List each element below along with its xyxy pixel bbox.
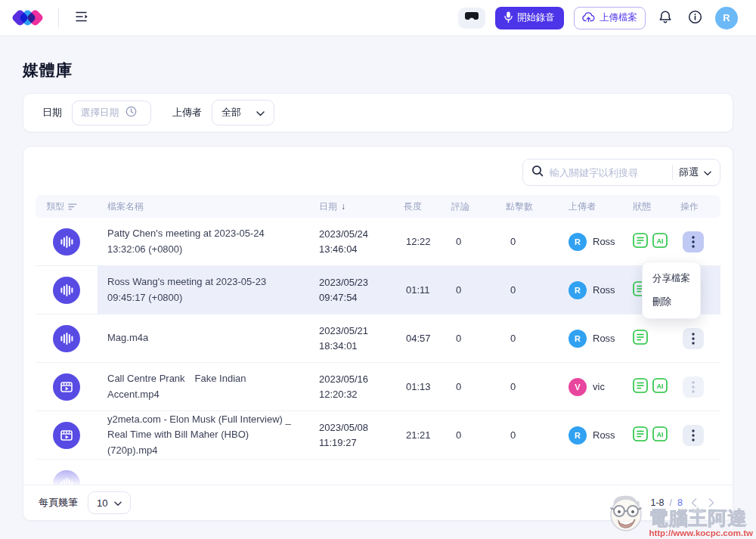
uploader-select-value: 全部 [222, 106, 241, 119]
pagination-separator: / [670, 497, 672, 508]
table-row[interactable]: y2meta.com - Elon Musk (Full Interview) … [36, 411, 720, 460]
file-date-cell: 2023/05/2118:34:01 [319, 324, 404, 353]
file-name-cell[interactable]: Mag.m4a [98, 330, 319, 345]
file-comments-cell: 0 [451, 284, 506, 296]
file-comments-cell: 0 [451, 429, 506, 441]
transcript-status-icon [633, 330, 648, 347]
file-type-cell [36, 470, 98, 485]
menu-item-share[interactable]: 分享檔案 [643, 267, 700, 290]
kebab-menu-icon [692, 236, 695, 248]
ai-status-icon: AI [652, 378, 668, 395]
search-input[interactable] [550, 167, 666, 178]
svg-text:AI: AI [657, 431, 664, 438]
chevron-down-icon [704, 167, 711, 178]
per-page-select[interactable]: 10 [88, 491, 131, 514]
column-header: 狀態 [633, 200, 680, 213]
audio-file-icon [53, 325, 80, 352]
filter-dropdown[interactable]: 篩選 [679, 166, 711, 179]
uploader-name: Ross [593, 429, 615, 441]
audio-file-icon [53, 277, 80, 304]
notifications-button[interactable] [655, 7, 675, 29]
table-wrapper: 類型檔案名稱日期↓長度評論點擊數上傳者狀態操作 Patty Chen's mee… [36, 195, 720, 485]
file-clicks-cell: 0 [506, 236, 569, 247]
file-date-cell: 2023/05/0811:19:27 [319, 420, 404, 450]
uploader-name: Ross [593, 236, 615, 247]
info-button[interactable] [685, 7, 705, 29]
column-header-label: 長度 [404, 200, 422, 213]
menu-item-delete[interactable]: 刪除 [643, 290, 700, 314]
row-actions-button[interactable] [683, 376, 704, 398]
column-header-label: 上傳者 [569, 200, 596, 213]
next-page-button[interactable] [705, 497, 717, 509]
file-uploader-cell: Vvic [569, 378, 633, 396]
column-header-label: 狀態 [633, 200, 651, 213]
file-name-cell[interactable]: Patty Chen's meeting at 2023-05-24 13:32… [98, 226, 319, 256]
file-type-cell [36, 325, 98, 352]
table-row[interactable]: Mag.m4a2023/05/2118:34:0104:5700RRoss [36, 314, 720, 363]
sort-lines-icon [68, 203, 77, 210]
app-logo[interactable] [14, 11, 42, 24]
row-actions-button[interactable] [683, 328, 704, 349]
transcript-status-icon [633, 233, 648, 250]
file-status-cell [633, 330, 680, 347]
uploader-name: Ross [593, 333, 615, 344]
column-header-label: 點擊數 [506, 200, 533, 213]
video-file-icon [53, 422, 80, 449]
uploader-avatar: R [569, 330, 587, 348]
start-recording-button[interactable]: 開始錄音 [495, 7, 564, 29]
column-header[interactable]: 日期↓ [319, 200, 404, 213]
clock-icon [125, 106, 137, 119]
date-picker-input[interactable]: 選擇日期 [72, 101, 151, 125]
uploader-name: Ross [593, 284, 615, 296]
upload-file-button[interactable]: 上傳檔案 [574, 7, 646, 29]
ai-status-icon: AI [652, 233, 668, 250]
previous-page-button[interactable] [688, 497, 700, 509]
sidebar-toggle-button[interactable] [73, 8, 92, 27]
audio-file-icon [53, 228, 80, 256]
audio-file-icon [53, 470, 80, 485]
file-name-cell[interactable]: y2meta.com - Elon Musk (Full Interview) … [98, 412, 319, 457]
row-actions-menu: 分享檔案 刪除 [642, 262, 701, 319]
column-header: 上傳者 [569, 200, 633, 213]
kebab-menu-icon [692, 381, 695, 393]
file-actions-cell [680, 376, 720, 398]
table-row[interactable]: Ross Wang's meeting at 2023-05-23 09:45:… [36, 266, 720, 314]
table-body: Patty Chen's meeting at 2023-05-24 13:32… [36, 218, 720, 485]
chevron-down-icon [256, 107, 265, 119]
column-header[interactable]: 類型 [36, 200, 98, 213]
user-avatar[interactable]: R [715, 7, 738, 29]
table-row[interactable]: Call Centre Prank Fake Indian Accent.mp4… [36, 363, 720, 411]
file-date-cell: 2023/05/2413:46:04 [319, 227, 404, 256]
uploader-avatar: R [569, 281, 587, 299]
file-clicks-cell: 0 [506, 429, 569, 441]
column-header: 長度 [404, 200, 451, 213]
file-actions-cell [680, 328, 720, 349]
start-recording-label: 開始錄音 [517, 11, 555, 24]
sort-descending-icon: ↓ [341, 201, 345, 212]
date-filter-label: 日期 [42, 106, 62, 119]
file-name-cell[interactable]: Call Centre Prank Fake Indian Accent.mp4 [98, 371, 319, 401]
device-button[interactable] [458, 8, 485, 29]
row-actions-button[interactable] [683, 425, 704, 446]
uploader-avatar: V [569, 378, 587, 396]
search-divider [672, 165, 673, 180]
row-actions-button[interactable] [683, 231, 704, 252]
microphone-icon [504, 11, 513, 25]
file-status-cell: AI [633, 233, 680, 250]
table-row[interactable] [36, 460, 720, 485]
file-uploader-cell: RRoss [569, 426, 633, 445]
file-name-cell[interactable]: Ross Wang's meeting at 2023-05-23 09:45:… [98, 274, 319, 305]
table-row[interactable]: Patty Chen's meeting at 2023-05-24 13:32… [36, 218, 720, 266]
uploader-select[interactable]: 全部 [212, 100, 274, 125]
file-uploader-cell: RRoss [569, 330, 633, 348]
file-uploader-cell: RRoss [569, 233, 633, 251]
topbar-divider [58, 8, 59, 28]
file-date-cell: 2023/05/2309:47:54 [319, 275, 404, 305]
file-type-cell [36, 277, 98, 304]
file-length-cell: 01:11 [404, 284, 451, 296]
svg-text:AI: AI [657, 237, 664, 245]
per-page-label: 每頁幾筆 [39, 496, 78, 510]
file-uploader-cell: RRoss [569, 281, 633, 299]
file-length-cell: 04:57 [404, 333, 451, 344]
uploader-avatar: R [569, 426, 587, 445]
